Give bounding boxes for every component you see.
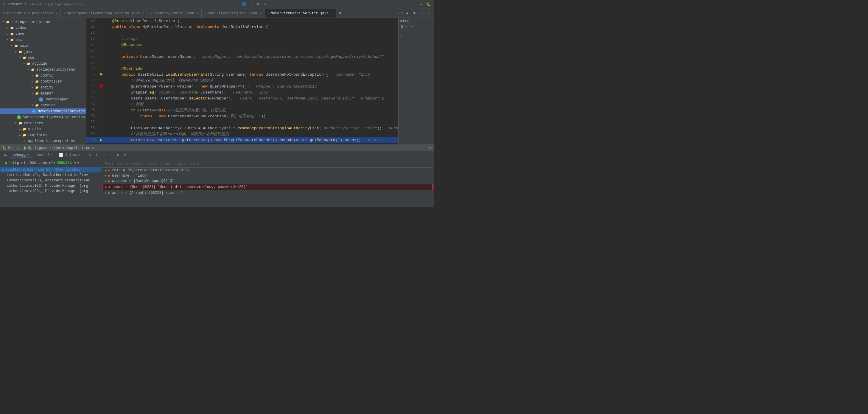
debug-settings-icon[interactable]: ⚙ bbox=[429, 145, 432, 151]
tab-label: SpringsecuritydemoApplication.java bbox=[67, 11, 140, 15]
layout-icon[interactable]: ≡ bbox=[87, 152, 93, 158]
right-panel-item-3[interactable]: D bbox=[399, 34, 434, 38]
sidebar-item-com[interactable]: ▼ 📁 com bbox=[0, 55, 86, 61]
expand-arrow-icon[interactable]: ▶ bbox=[105, 185, 107, 189]
sidebar-item-mvn[interactable]: ▶ 📁 .mvn bbox=[0, 31, 86, 37]
expand-arrow-icon[interactable]: ▶ bbox=[105, 191, 106, 195]
tab-close-icon[interactable]: ✕ bbox=[331, 11, 333, 15]
editor-content[interactable]: 20 @Service(UserDetailsService ) 21 publ… bbox=[86, 18, 398, 145]
tab-close-icon[interactable]: ✕ bbox=[196, 11, 198, 15]
debug-var-wrapper[interactable]: ▶ ■ wrapper = {QueryWrapper@8213} bbox=[102, 179, 433, 184]
sidebar-item-springsecuritydemo[interactable]: ▼ 📁 springsecuritydemo bbox=[0, 67, 86, 73]
sidebar-item-main[interactable]: ▼ 📁 main bbox=[0, 43, 86, 49]
tab-springsecuritydemo-app[interactable]: ☕ SpringsecuritydemoApplication.java ✕ bbox=[61, 9, 148, 18]
step-in-icon[interactable]: ⊞ bbox=[115, 152, 121, 158]
sidebar-item-label: static bbox=[28, 127, 41, 131]
scroll-up-icon[interactable]: ▲ bbox=[404, 10, 410, 17]
sidebar-item-config[interactable]: ▶ 📁 config bbox=[0, 73, 86, 78]
debug-icon[interactable]: 🐛 bbox=[426, 1, 432, 7]
debug-close-icon[interactable]: ✕ bbox=[92, 146, 94, 150]
expand-arrow-icon: ▼ bbox=[1, 21, 5, 24]
close-icon[interactable]: ✕ bbox=[262, 1, 268, 7]
sidebar-item-mapper[interactable]: ▼ 📁 mapper bbox=[0, 91, 86, 96]
right-panel-expand-icon[interactable]: ▶ bbox=[407, 19, 409, 23]
debug-step-over-icon[interactable]: ↪ bbox=[2, 152, 8, 158]
sidebar-item-label: mapper bbox=[40, 91, 53, 96]
stack-frame-1[interactable]: retrieveUser:94, DaoAuthenticationProv bbox=[0, 172, 101, 178]
step-out-icon[interactable]: ↑ bbox=[108, 152, 114, 158]
expand-arrow-icon: ▶ bbox=[18, 128, 22, 131]
expand-arrow-icon[interactable]: ▶ bbox=[105, 168, 106, 172]
navigate-icon[interactable]: 🌐 bbox=[241, 1, 247, 7]
thread-label: "http-nio-808...main": bbox=[8, 161, 55, 165]
expand-arrow-icon[interactable]: ▶ bbox=[105, 179, 106, 183]
tab-close-icon[interactable]: ✕ bbox=[259, 11, 261, 15]
dropdown-arrow-icon[interactable]: ▼ bbox=[24, 3, 26, 6]
actuator-icon: 📊 bbox=[59, 153, 63, 157]
tab-close-icon[interactable]: ✕ bbox=[143, 11, 144, 15]
tab-application-properties[interactable]: ⚙ application.properties ✕ bbox=[0, 9, 61, 18]
stack-frame-2[interactable]: authenticate:133, AbstractUserDetailsAu bbox=[0, 178, 101, 183]
gutter bbox=[97, 47, 105, 54]
code-content: @Service(UserDetailsService ) bbox=[105, 18, 398, 24]
object-icon: ■ bbox=[108, 180, 110, 183]
debug-var-users[interactable]: ▶ ■ users = {Users@8221} "Users(id=1, us… bbox=[102, 184, 433, 190]
folder-icon: 📁 bbox=[35, 73, 39, 78]
sidebar-item-src[interactable]: ▼ 📁 src bbox=[0, 37, 86, 43]
sidebar-item-entity[interactable]: ▶ 📁 entity bbox=[0, 85, 86, 91]
tab-security-config[interactable]: ☕ SecurityConfig.java ✕ bbox=[148, 9, 202, 18]
tab-debugger[interactable]: Debugger bbox=[9, 152, 33, 158]
dropdown-icon[interactable]: ▼ bbox=[77, 161, 79, 165]
sidebar-item-idea[interactable]: ▶ 📁 .idea bbox=[0, 25, 86, 31]
more-tabs-icon[interactable]: ▼ bbox=[337, 10, 343, 17]
stack-frame-3[interactable]: authenticate:182, ProviderManager (org bbox=[0, 183, 101, 189]
sidebar-item-app-main[interactable]: 🍃 SpringsecuritydemoApplication bbox=[0, 115, 86, 120]
structure-icon[interactable]: ☰ bbox=[248, 1, 254, 7]
sidebar-item-users-mapper[interactable]: I UsersMapper bbox=[0, 96, 86, 102]
tab-console[interactable]: Console bbox=[34, 153, 55, 158]
code-line-34: 34 //判断 bbox=[86, 101, 398, 107]
tab-close-icon[interactable]: ✕ bbox=[56, 11, 58, 15]
sync-icon[interactable]: ⇄ bbox=[426, 10, 432, 17]
reload-icon[interactable]: ↻ bbox=[418, 10, 425, 17]
stack-frame-0[interactable]: ▶ loadUserByUsername:38, MyServiceDet bbox=[0, 167, 101, 172]
sidebar-item-label: MyServiceDetailService bbox=[38, 109, 85, 114]
stack-frame-4[interactable]: authenticate:201, ProviderManager (org bbox=[0, 189, 101, 194]
tab-settings-icon[interactable]: ⋮ bbox=[343, 10, 349, 17]
object-icon: ■ bbox=[108, 169, 110, 172]
tab-security-config-test[interactable]: ☕ SecurityConfigTest.java ✕ bbox=[202, 9, 265, 18]
sidebar-item-java[interactable]: ▼ 📁 java bbox=[0, 49, 86, 55]
var-label: this = {MyServiceDetailService@8011} bbox=[112, 168, 189, 172]
sidebar-item-service[interactable]: ▼ 📁 service bbox=[0, 102, 86, 108]
project-label[interactable]: Project bbox=[7, 2, 22, 6]
expand-arrow-icon[interactable]: ▶ bbox=[105, 174, 106, 178]
debug-var-username[interactable]: ▶ ■ username = "lucy" bbox=[102, 173, 433, 179]
sidebar-item-props[interactable]: ⚙ application.properties bbox=[0, 138, 86, 144]
expand-up-icon[interactable]: ⬆ bbox=[94, 152, 100, 158]
eval-bar[interactable]: Evaluate expression (⌥⏎) or add a watch … bbox=[102, 161, 433, 168]
sidebar-item-controller[interactable]: ▶ 📁 controller bbox=[0, 78, 86, 85]
tab-my-service-detail[interactable]: ☕ MyServiceDetailService.java ✕ bbox=[265, 9, 336, 18]
sidebar-item-my-service[interactable]: C MyServiceDetailService bbox=[0, 108, 86, 115]
code-content: 1 usage bbox=[105, 36, 398, 42]
run-icon[interactable]: ▶ bbox=[418, 1, 424, 7]
filter-icon[interactable]: ▼ bbox=[74, 161, 76, 165]
sidebar-item-static[interactable]: ▶ 📁 static bbox=[0, 126, 86, 132]
expand-down-icon[interactable]: ⬇ bbox=[101, 152, 107, 158]
string-icon: ■ bbox=[108, 174, 110, 178]
sidebar-item-templates[interactable]: ▶ 📁 templates bbox=[0, 132, 86, 138]
right-panel-item-1[interactable]: 🍃 sprin bbox=[399, 24, 434, 29]
scroll-down-icon[interactable]: ▼ bbox=[411, 10, 417, 17]
right-panel-item-2[interactable]: L bbox=[399, 29, 434, 34]
sidebar-item-resources[interactable]: ▼ 📁 resources bbox=[0, 120, 86, 126]
code-content: return new User(users.getUsername(),new … bbox=[105, 137, 398, 143]
debug-app-name[interactable]: SpringsecuritydemoApplication bbox=[28, 146, 90, 150]
settings-icon[interactable]: ⚙ bbox=[255, 1, 261, 7]
debug-var-auths[interactable]: ▶ ■ auths = {ArrayList@8228} size = 1 bbox=[102, 190, 433, 196]
step-in-alt-icon[interactable]: ⊟ bbox=[122, 152, 128, 158]
breakpoint-icon[interactable] bbox=[99, 84, 103, 88]
debug-var-this[interactable]: ▶ ■ this = {MyServiceDetailService@8011} bbox=[102, 168, 433, 173]
sidebar-item-root[interactable]: ▼ 📁 springsecuritydemo bbox=[0, 19, 86, 25]
sidebar-item-atguigu[interactable]: ▼ 📁 atguigu bbox=[0, 61, 86, 67]
tab-actuator[interactable]: 📊 Actuator bbox=[56, 153, 86, 158]
